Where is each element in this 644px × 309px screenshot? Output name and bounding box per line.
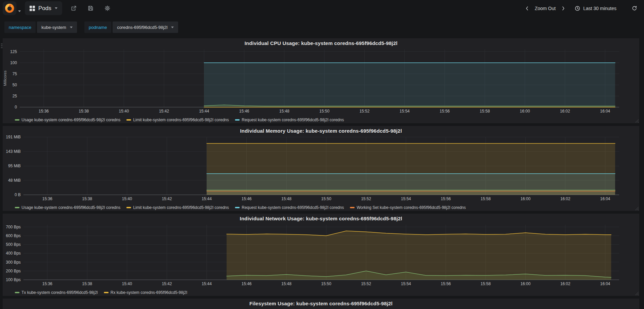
logo-caret-icon[interactable] — [18, 10, 21, 12]
chart-canvas[interactable]: 15:3615:3815:4015:4215:4415:4615:4815:50… — [3, 48, 639, 117]
gear-icon — [105, 5, 110, 11]
legend-item[interactable]: Rx kube-system coredns-695f96dcd5-98j2l — [104, 290, 187, 295]
svg-text:15:46: 15:46 — [241, 196, 251, 201]
svg-text:15:44: 15:44 — [202, 281, 212, 286]
panel-title[interactable]: Filesystem Usage: kube-system coredns-69… — [3, 299, 639, 308]
legend-series-swatch — [235, 119, 240, 121]
dashboard-caret-icon — [55, 7, 57, 9]
legend-series-label: Request kube-system coredns-695f96dcd5-9… — [242, 118, 344, 122]
panel-network-usage: Individual Network Usage: kube-system co… — [3, 214, 639, 296]
svg-text:500 Bps: 500 Bps — [6, 242, 21, 247]
zoom-out-button[interactable]: Zoom Out — [535, 6, 556, 11]
panel-filesystem-usage: Filesystem Usage: kube-system coredns-69… — [3, 299, 639, 309]
legend-item[interactable]: Usage kube-system coredns-695f96dcd5-98j… — [15, 205, 120, 210]
dashboard-title: Pods — [38, 5, 51, 12]
svg-text:48 MiB: 48 MiB — [8, 178, 21, 183]
svg-text:15:56: 15:56 — [441, 196, 451, 201]
chart-canvas[interactable]: 15:3615:3815:4015:4215:4415:4615:4815:50… — [3, 135, 639, 204]
svg-text:15:40: 15:40 — [122, 281, 132, 286]
grafana-logo[interactable] — [3, 1, 16, 15]
legend-item[interactable]: Limit kube-system coredns-695f96dcd5-98j… — [126, 205, 229, 210]
time-range-picker[interactable]: Last 30 minutes — [574, 4, 616, 13]
svg-text:600 Bps: 600 Bps — [6, 233, 21, 238]
refresh-button[interactable] — [630, 4, 639, 13]
variable-podname-current: coredns-695f96dcd5-98j2l — [117, 25, 167, 30]
chevron-left-icon — [525, 6, 529, 11]
variable-podname: podname coredns-695f96dcd5-98j2l — [84, 21, 178, 38]
svg-text:16:00: 16:00 — [520, 196, 530, 201]
panel-title[interactable]: Individual Network Usage: kube-system co… — [3, 214, 639, 223]
svg-text:400 Bps: 400 Bps — [6, 251, 21, 256]
network-usage-chart[interactable]: 15:3615:3815:4015:4215:4415:4615:4815:50… — [3, 223, 639, 289]
dashboard-picker[interactable]: Pods — [25, 1, 62, 15]
variable-podname-value[interactable]: coredns-695f96dcd5-98j2l — [113, 21, 178, 33]
variable-namespace-current: kube-system — [41, 25, 66, 30]
legend-series-label: Working Set kube-system coredns-695f96dc… — [357, 205, 466, 210]
share-button[interactable] — [70, 4, 78, 13]
legend-item[interactable]: Tx kube-system coredns-695f96dcd5-98j2l — [15, 290, 98, 295]
legend-item[interactable]: Working Set kube-system coredns-695f96dc… — [350, 205, 466, 210]
svg-text:16:02: 16:02 — [560, 281, 570, 286]
svg-text:16:04: 16:04 — [600, 196, 610, 201]
legend-series-swatch — [126, 119, 131, 121]
svg-text:125: 125 — [10, 49, 17, 54]
legend-series-label: Usage kube-system coredns-695f96dcd5-98j… — [22, 205, 120, 210]
svg-text:15:52: 15:52 — [361, 196, 371, 201]
legend-series-label: Limit kube-system coredns-695f96dcd5-98j… — [133, 118, 229, 122]
svg-text:15:52: 15:52 — [359, 109, 369, 114]
legend-item[interactable]: Usage kube-system coredns-695f96dcd5-98j… — [15, 118, 120, 122]
chevron-right-icon — [562, 6, 565, 11]
variable-namespace-label: namespace — [4, 21, 36, 33]
panel-title[interactable]: Individual CPU Usage: kube-system coredn… — [3, 38, 639, 48]
refresh-icon — [632, 6, 637, 11]
svg-text:143 MiB: 143 MiB — [6, 149, 21, 154]
svg-text:15:54: 15:54 — [401, 281, 411, 286]
svg-text:Millicores: Millicores — [3, 71, 7, 86]
legend-series-swatch — [15, 292, 19, 293]
memory-usage-chart[interactable]: 15:3615:3815:4015:4215:4415:4615:4815:50… — [3, 135, 639, 204]
legend-series-swatch — [350, 207, 355, 208]
legend-item[interactable]: Limit kube-system coredns-695f96dcd5-98j… — [126, 118, 229, 122]
svg-text:0: 0 — [15, 105, 17, 109]
chevron-down-icon — [171, 27, 174, 28]
legend-series-label: Limit kube-system coredns-695f96dcd5-98j… — [133, 205, 229, 210]
dashboard-body: Individual CPU Usage: kube-system coredn… — [0, 38, 644, 309]
svg-text:15:46: 15:46 — [241, 281, 251, 286]
svg-text:15:54: 15:54 — [401, 196, 411, 201]
svg-text:15:40: 15:40 — [122, 196, 132, 201]
template-variables-row: namespace kube-system podname coredns-69… — [0, 16, 644, 38]
save-button[interactable] — [86, 4, 95, 13]
legend-item[interactable]: Request kube-system coredns-695f96dcd5-9… — [235, 205, 344, 210]
svg-text:15:50: 15:50 — [321, 281, 331, 286]
svg-text:50: 50 — [12, 83, 17, 87]
panel-cpu-usage: Individual CPU Usage: kube-system coredn… — [3, 38, 639, 123]
settings-button[interactable] — [103, 4, 112, 13]
legend-item[interactable]: Request kube-system coredns-695f96dcd5-9… — [235, 118, 344, 122]
svg-text:15:58: 15:58 — [481, 281, 491, 286]
svg-text:0 B: 0 B — [15, 192, 21, 197]
variable-namespace-value[interactable]: kube-system — [37, 21, 77, 33]
svg-text:16:00: 16:00 — [520, 109, 530, 114]
time-forward-button[interactable] — [559, 4, 568, 13]
svg-text:15:36: 15:36 — [42, 281, 52, 286]
svg-text:15:46: 15:46 — [239, 109, 249, 114]
grafana-logo-icon — [5, 4, 14, 13]
time-range-label: Last 30 minutes — [583, 6, 616, 11]
clock-icon — [575, 6, 580, 11]
legend-series-swatch — [126, 207, 131, 208]
panel-title[interactable]: Individual Memory Usage: kube-system cor… — [3, 126, 639, 135]
svg-text:15:52: 15:52 — [361, 281, 371, 286]
svg-text:15:54: 15:54 — [400, 109, 410, 114]
legend-series-label: Rx kube-system coredns-695f96dcd5-98j2l — [111, 290, 187, 295]
svg-text:15:42: 15:42 — [159, 109, 169, 114]
svg-text:16:04: 16:04 — [600, 281, 610, 286]
time-back-button[interactable] — [523, 4, 531, 13]
svg-text:700 Bps: 700 Bps — [6, 225, 21, 229]
svg-text:200 Bps: 200 Bps — [6, 269, 21, 273]
svg-text:15:38: 15:38 — [82, 281, 92, 286]
svg-text:15:40: 15:40 — [119, 109, 129, 114]
chart-canvas[interactable]: 15:3615:3815:4015:4215:4415:4615:4815:50… — [3, 223, 639, 289]
svg-text:15:42: 15:42 — [162, 281, 172, 286]
svg-text:15:50: 15:50 — [319, 109, 329, 114]
cpu-usage-chart[interactable]: 15:3615:3815:4015:4215:4415:4615:4815:50… — [3, 48, 639, 117]
